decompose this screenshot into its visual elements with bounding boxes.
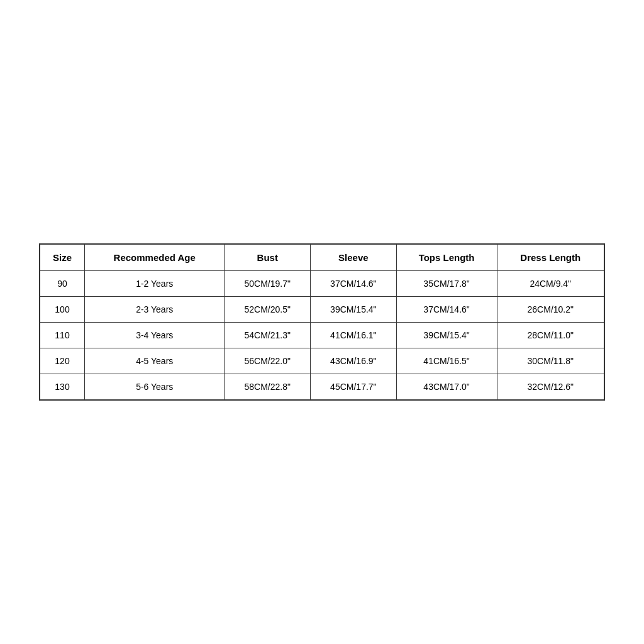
cell-bust: 50CM/19.7" [225, 271, 311, 297]
table-row: 1305-6 Years58CM/22.8"45CM/17.7"43CM/17.… [40, 374, 604, 400]
cell-age: 4-5 Years [85, 348, 225, 374]
header-tops-length: Tops Length [396, 245, 497, 271]
cell-tops-length: 41CM/16.5" [396, 348, 497, 374]
cell-bust: 52CM/20.5" [225, 297, 311, 323]
header-size: Size [40, 245, 85, 271]
cell-age: 1-2 Years [85, 271, 225, 297]
cell-sleeve: 45CM/17.7" [311, 374, 397, 400]
cell-dress-length: 28CM/11.0" [497, 323, 604, 348]
header-bust: Bust [225, 245, 311, 271]
table-header-row: Size Recommeded Age Bust Sleeve Tops Len… [40, 245, 604, 271]
cell-dress-length: 30CM/11.8" [497, 348, 604, 374]
cell-bust: 58CM/22.8" [225, 374, 311, 400]
cell-tops-length: 35CM/17.8" [396, 271, 497, 297]
cell-bust: 56CM/22.0" [225, 348, 311, 374]
header-dress-length: Dress Length [497, 245, 604, 271]
cell-sleeve: 37CM/14.6" [311, 271, 397, 297]
cell-size: 130 [40, 374, 85, 400]
table-row: 1002-3 Years52CM/20.5"39CM/15.4"37CM/14.… [40, 297, 604, 323]
size-chart-table: Size Recommeded Age Bust Sleeve Tops Len… [40, 244, 604, 400]
table-row: 1103-4 Years54CM/21.3"41CM/16.1"39CM/15.… [40, 323, 604, 348]
cell-bust: 54CM/21.3" [225, 323, 311, 348]
cell-age: 5-6 Years [85, 374, 225, 400]
cell-dress-length: 32CM/12.6" [497, 374, 604, 400]
cell-size: 90 [40, 271, 85, 297]
table-row: 901-2 Years50CM/19.7"37CM/14.6"35CM/17.8… [40, 271, 604, 297]
cell-tops-length: 43CM/17.0" [396, 374, 497, 400]
cell-tops-length: 37CM/14.6" [396, 297, 497, 323]
header-sleeve: Sleeve [311, 245, 397, 271]
size-chart-container: Size Recommeded Age Bust Sleeve Tops Len… [39, 243, 605, 401]
cell-dress-length: 26CM/10.2" [497, 297, 604, 323]
header-age: Recommeded Age [85, 245, 225, 271]
cell-size: 110 [40, 323, 85, 348]
cell-size: 100 [40, 297, 85, 323]
cell-tops-length: 39CM/15.4" [396, 323, 497, 348]
cell-age: 3-4 Years [85, 323, 225, 348]
cell-sleeve: 43CM/16.9" [311, 348, 397, 374]
cell-age: 2-3 Years [85, 297, 225, 323]
cell-size: 120 [40, 348, 85, 374]
cell-sleeve: 39CM/15.4" [311, 297, 397, 323]
table-row: 1204-5 Years56CM/22.0"43CM/16.9"41CM/16.… [40, 348, 604, 374]
cell-dress-length: 24CM/9.4" [497, 271, 604, 297]
cell-sleeve: 41CM/16.1" [311, 323, 397, 348]
